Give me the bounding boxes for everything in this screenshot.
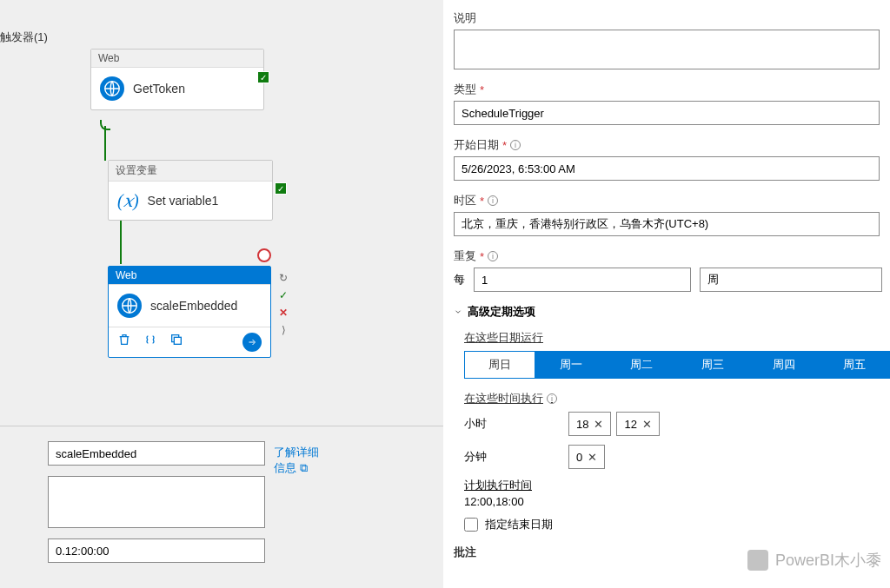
error-icon (257, 248, 271, 262)
remove-icon[interactable]: ✕ (588, 451, 597, 464)
startdate-input[interactable] (454, 156, 880, 181)
name-input[interactable] (48, 441, 265, 466)
startdate-label: 开始日期 * i (454, 137, 890, 153)
chevron-down-icon (454, 307, 462, 316)
timezone-input[interactable] (454, 212, 880, 236)
repeat-label: 重复 * i (454, 248, 890, 264)
divider (0, 426, 443, 426)
node-header: Web (109, 267, 270, 285)
hour-chip[interactable]: 12✕ (616, 412, 659, 436)
day-tab-wed[interactable]: 周三 (677, 351, 748, 379)
type-label: 类型 * (454, 82, 890, 97)
every-label: 每 (454, 272, 465, 287)
node-setvariable[interactable]: 设置变量 (𝑥) Set variable1 (108, 160, 273, 221)
run-on-days-label: 在这些日期运行 (464, 330, 890, 346)
hour-chip[interactable]: 18✕ (568, 412, 611, 436)
description-input[interactable] (454, 30, 880, 69)
run-icon[interactable] (242, 333, 262, 352)
learn-more-link[interactable]: 了解详细信息 ⧉ (274, 445, 326, 476)
time-input[interactable] (48, 538, 265, 563)
connector-corner (100, 120, 110, 130)
info-icon[interactable]: i (510, 140, 521, 150)
check-icon: ✓ (257, 71, 269, 83)
day-tab-sun[interactable]: 周日 (464, 351, 535, 379)
node-side-icons: ↻ ✓ ✕ ⟩ (276, 271, 290, 337)
svg-rect-2 (174, 337, 181, 344)
check-icon: ✓ (275, 182, 287, 195)
plan-label: 计划执行时间 (464, 478, 890, 493)
remove-icon[interactable]: ✕ (642, 418, 652, 431)
skip-icon[interactable]: ⟩ (276, 323, 290, 337)
end-date-label: 指定结束日期 (485, 517, 553, 532)
plan-time: 计划执行时间 12:00,18:00 (464, 478, 890, 508)
node-gettoken[interactable]: Web GetToken (90, 49, 264, 110)
day-tab-mon[interactable]: 周一 (535, 351, 607, 379)
connector (120, 221, 122, 264)
info-icon[interactable]: i (547, 393, 557, 404)
day-tab-thu[interactable]: 周四 (748, 351, 820, 379)
advanced-toggle[interactable]: 高级定期选项 (454, 304, 890, 320)
node-toolbar (109, 327, 270, 357)
trigger-count[interactable]: 触发器(1) (0, 30, 48, 45)
description-label: 说明 (454, 10, 890, 26)
refresh-icon[interactable]: ↻ (276, 271, 290, 285)
connector (104, 126, 106, 161)
node-scaleembedded[interactable]: Web scaleEmbedded (108, 266, 271, 358)
timezone-label: 时区 * i (454, 193, 890, 208)
node-header: Web (91, 50, 263, 68)
check-icon: ✓ (276, 288, 290, 302)
remove-icon[interactable]: ✕ (594, 418, 603, 431)
info-icon[interactable]: i (488, 251, 498, 261)
run-on-times-label: 在这些时间执行 i (464, 391, 890, 406)
wechat-icon (747, 550, 768, 571)
end-date-checkbox[interactable] (464, 518, 478, 532)
x-icon[interactable]: ✕ (276, 306, 290, 320)
type-input[interactable] (454, 101, 880, 125)
description-textarea[interactable] (48, 476, 265, 528)
external-link-icon: ⧉ (300, 461, 308, 474)
variable-icon: (𝑥) (117, 190, 139, 211)
info-icon[interactable]: i (488, 195, 498, 206)
minute-chip[interactable]: 0✕ (568, 445, 605, 469)
trigger-config-pane: 说明 类型 * 开始日期 * i 时区 * i 重复 * i 每 高级定期选项 … (443, 0, 890, 588)
code-icon[interactable] (143, 333, 157, 347)
globe-icon (117, 294, 142, 318)
node-title: GetToken (133, 82, 185, 96)
day-tab-fri[interactable]: 周五 (819, 351, 890, 379)
repeat-number-input[interactable] (474, 268, 691, 292)
minutes-label: 分钟 (464, 449, 568, 465)
plan-value: 12:00,18:00 (464, 495, 890, 508)
day-tab-tue[interactable]: 周二 (606, 351, 677, 379)
node-title: Set variable1 (148, 194, 219, 208)
globe-icon (100, 76, 124, 101)
day-selector: 周日 周一 周二 周三 周四 周五 (464, 351, 890, 379)
hours-label: 小时 (464, 416, 568, 432)
delete-icon[interactable] (117, 333, 131, 347)
node-title: scaleEmbedded (150, 299, 237, 313)
repeat-unit-input[interactable] (700, 268, 882, 292)
canvas-pane: 触发器(1) Web GetToken ✓ 设置变量 (𝑥) Set varia… (0, 0, 443, 588)
node-header: 设置变量 (109, 161, 272, 182)
properties-panel: 了解详细信息 ⧉ (48, 441, 326, 573)
watermark: PowerBI木小黍 (747, 550, 881, 571)
copy-icon[interactable] (169, 333, 183, 347)
